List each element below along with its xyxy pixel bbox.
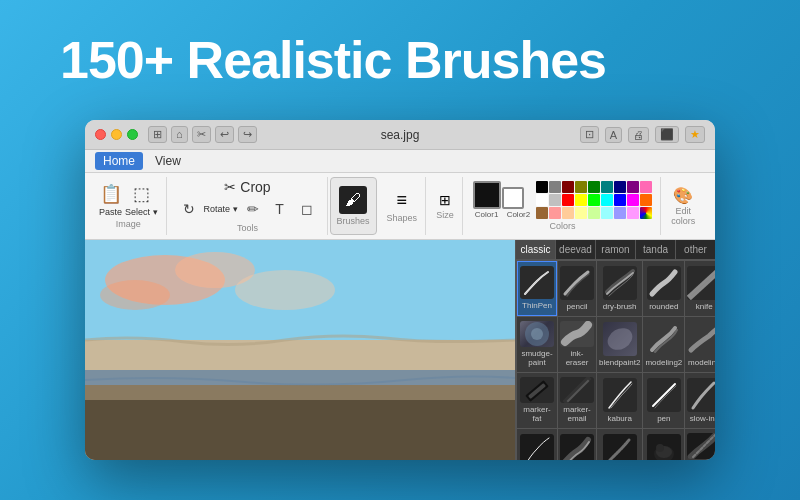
brush-thinpen[interactable]: ThinPen (517, 261, 557, 316)
menu-item-home[interactable]: Home (95, 152, 143, 170)
traffic-light-yellow[interactable] (111, 129, 122, 140)
brush-name-rounded: rounded (649, 303, 678, 312)
undo-icon[interactable]: ↩ (215, 126, 234, 143)
brushes-label: Brushes (337, 216, 370, 226)
app-window: ⊞ ⌂ ✂ ↩ ↪ sea.jpg ⊡ A 🖨 ⬛ ★ Home View (85, 120, 715, 460)
color-grid (536, 181, 652, 219)
svg-rect-13 (528, 383, 546, 399)
image-label: Image (116, 219, 141, 229)
brush-knife[interactable]: knife (685, 261, 715, 316)
title-right-icons: ⊡ A 🖨 ⬛ ★ (580, 126, 705, 143)
headline: 150+ Realistic Brushes (0, 0, 800, 110)
brush-name-pencil: pencil (567, 303, 588, 312)
brush-ink-blot[interactable]: ink-blot (643, 429, 684, 460)
menu-bar: Home View (85, 150, 715, 173)
tool-group-colors: Color1 Color2 (465, 177, 662, 235)
traffic-light-green[interactable] (127, 129, 138, 140)
svg-rect-6 (85, 340, 515, 370)
window-star-icon[interactable]: ★ (685, 126, 705, 143)
brush-name-marker-small: marker-email (560, 406, 594, 424)
svg-point-11 (603, 323, 636, 353)
brush-modeling[interactable]: modeling (685, 317, 715, 372)
shapes-label: Shapes (387, 213, 418, 223)
paste-button[interactable]: 📋 Paste (99, 183, 122, 217)
brush-ink-eraser[interactable]: ink-eraser (558, 317, 596, 372)
edit-colors-label: Editcolors (671, 207, 695, 227)
redo-icon[interactable]: ↪ (238, 126, 257, 143)
text-button[interactable]: T (268, 197, 292, 221)
title-bar: ⊞ ⌂ ✂ ↩ ↪ sea.jpg ⊡ A 🖨 ⬛ ★ (85, 120, 715, 150)
brush-pen[interactable]: pen (643, 373, 684, 428)
brush-pointy-ink[interactable]: pointy-ink (517, 429, 557, 460)
brush-rounded[interactable]: rounded (643, 261, 684, 316)
brush-name-pen: pen (657, 415, 670, 424)
brush-kabura[interactable]: kabura (597, 373, 642, 428)
tools-label: Tools (237, 223, 258, 233)
toolbar: 📋 Paste ⬚ Select ▾ Image ✂ Crop ↻ Rotate… (85, 173, 715, 240)
brush-slow-ink[interactable]: slow-ink (685, 373, 715, 428)
select-button[interactable]: ⬚ Select ▾ (125, 183, 158, 217)
brush-name-thinpen: ThinPen (522, 302, 552, 311)
tool-group-brushes[interactable]: 🖌 Brushes (330, 177, 377, 235)
toolbar-icon-2[interactable]: ⌂ (171, 126, 188, 143)
brush-marker-small[interactable]: marker-email (558, 373, 596, 428)
brush-drybrush[interactable]: dry-brush (597, 261, 642, 316)
brush-tab-classic[interactable]: classic (516, 240, 556, 259)
brush-tab-ramon[interactable]: ramon (596, 240, 636, 259)
window-icon-2[interactable]: A (605, 127, 622, 143)
svg-point-16 (656, 444, 664, 452)
tool-group-shapes[interactable]: ≡ Shapes (379, 177, 427, 235)
brush-coarse-bulk[interactable]: coarse-bulk-1 (685, 429, 715, 460)
brush-tabs: classic deevad ramon tanda other (516, 240, 715, 260)
brush-grid: ThinPen pencil (516, 260, 715, 460)
brush-name-kabura: kabura (607, 415, 631, 424)
brush-smudge[interactable]: smudge-paint (517, 317, 557, 372)
rotate-button[interactable]: ↻ (177, 197, 201, 221)
colors-label: Colors (549, 221, 575, 231)
brush-textured-ink[interactable]: texturedInk (597, 429, 642, 460)
brush-name-marker-fat: marker-fat (519, 406, 555, 424)
brush-name-knife: knife (696, 303, 713, 312)
svg-point-10 (531, 328, 543, 340)
tool-group-image: 📋 Paste ⬚ Select ▾ Image (91, 177, 167, 235)
brush-name-drybrush: dry-brush (603, 303, 637, 312)
size-label: Size (436, 210, 454, 220)
brush-name-slow-ink: slow-ink (690, 415, 715, 424)
brush-pencil[interactable]: pencil (558, 261, 596, 316)
brush-name-smudge: smudge-paint (519, 350, 555, 368)
tool-group-tools: ✂ Crop ↻ Rotate ▾ ✏ T ◻ Tools (169, 177, 328, 235)
window-icon-4[interactable]: ⬛ (655, 126, 679, 143)
crop-button[interactable]: ✂ Crop (224, 179, 270, 195)
tool-group-edit-colors[interactable]: 🎨 Editcolors (663, 177, 703, 235)
brush-name-blendpaint2: blendpaint2 (599, 359, 640, 368)
eraser-button[interactable]: ◻ (295, 197, 319, 221)
toolbar-icon-3[interactable]: ✂ (192, 126, 211, 143)
svg-point-3 (100, 280, 170, 310)
svg-rect-8 (85, 400, 515, 460)
brush-brush[interactable]: brush (558, 429, 596, 460)
window-icon-3[interactable]: 🖨 (628, 127, 649, 143)
color1-swatch[interactable] (473, 181, 501, 209)
brush-tab-other[interactable]: other (676, 240, 715, 259)
brush-tab-tanda[interactable]: tanda (636, 240, 676, 259)
brush-panel: classic deevad ramon tanda other ThinPen (515, 240, 715, 460)
brush-marker-fat[interactable]: marker-fat (517, 373, 557, 428)
brush-name-modeling2: modeling2 (645, 359, 682, 368)
title-filename: sea.jpg (381, 128, 420, 142)
color2-swatch[interactable] (502, 187, 524, 209)
traffic-light-red[interactable] (95, 129, 106, 140)
brush-blendpaint2[interactable]: blendpaint2 (597, 317, 642, 372)
toolbar-icon-1[interactable]: ⊞ (148, 126, 167, 143)
traffic-lights (95, 129, 138, 140)
window-icon-1[interactable]: ⊡ (580, 126, 599, 143)
brush-tab-deevad[interactable]: deevad (556, 240, 596, 259)
draw-button[interactable]: ✏ (241, 197, 265, 221)
canvas-area[interactable] (85, 240, 515, 460)
brush-name-modeling: modeling (688, 359, 715, 368)
brush-name-ink-eraser: ink-eraser (560, 350, 594, 368)
main-area: classic deevad ramon tanda other ThinPen (85, 240, 715, 460)
menu-item-view[interactable]: View (147, 152, 189, 170)
svg-point-4 (235, 270, 335, 310)
tool-group-size[interactable]: ⊞ Size (428, 177, 463, 235)
brush-modeling2[interactable]: modeling2 (643, 317, 684, 372)
